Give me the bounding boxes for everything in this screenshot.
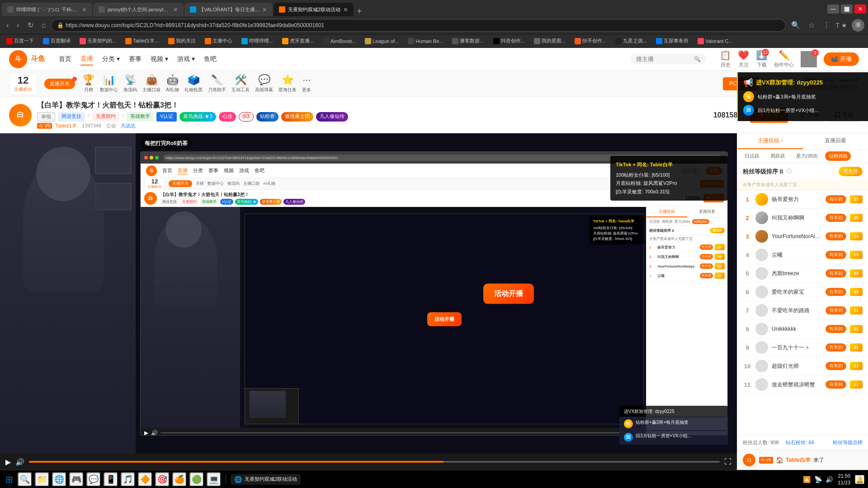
bookmark-kuaishou[interactable]: 快手创作... (572, 37, 609, 45)
bookmark-star[interactable]: 我的星图... (531, 37, 568, 45)
fans-level-total-link[interactable]: 粉丝等级总榜 (833, 439, 863, 446)
icon-more[interactable]: ···更多 (302, 74, 311, 93)
user-avatar[interactable]: 3 (801, 51, 817, 67)
activity-popup[interactable]: 活动开播 (483, 283, 534, 304)
star-button[interactable]: ☆ (806, 20, 817, 30)
bookmark-streamer-center[interactable]: 主播中心 (202, 37, 235, 45)
tag-report[interactable]: 举报 (37, 112, 55, 122)
tag-strongest[interactable]: 最强勇士团 (281, 112, 313, 122)
icon-ai-gift[interactable]: 🤖AI礼物 (166, 74, 179, 93)
icon-data-center[interactable]: 📊数据中心 (100, 74, 118, 93)
bookmark-valorant[interactable]: Valorant C... (695, 37, 735, 45)
progress-bar[interactable] (29, 461, 720, 463)
taskbar-green-circle[interactable]: 🟢 (189, 472, 204, 487)
chat-username[interactable]: Table白羊 (786, 456, 811, 464)
icon-interact[interactable]: 🛠️互动工具 (231, 74, 250, 93)
tab1-close[interactable]: ✕ (82, 6, 87, 13)
video-player[interactable]: 每把打完Roll奶茶 https://www.douyu.com/topic/S… (0, 133, 737, 454)
tab3-close[interactable]: ✕ (262, 6, 267, 13)
tab-streamer-posts[interactable]: 主播投稿 › (737, 133, 803, 149)
forward-button[interactable]: › (14, 20, 22, 30)
nav-games[interactable]: 游戏 ▾ (177, 55, 195, 63)
taskbar-up-icon[interactable]: 🔼 (803, 476, 811, 483)
bookmark-translate[interactable]: 百度翻译 (40, 37, 73, 45)
taskbar-active-window[interactable]: 🌐 无畏契约双城2联动活动 (231, 474, 301, 485)
bookmark-wuweicontract[interactable]: 无畏契约的... (77, 37, 119, 45)
subtab-diamond[interactable]: 钻粉(68) (825, 151, 851, 161)
subtab-star[interactable]: 星力(958) (793, 151, 821, 161)
tag-cultivation[interactable]: 凡人修仙传 (316, 112, 348, 122)
icon-gift-vote[interactable]: 🗳️礼物投票 (184, 74, 203, 93)
tag-count[interactable]: 0/3 (239, 112, 254, 122)
url-input[interactable] (66, 22, 780, 28)
fullscreen-button[interactable]: ⛶ (724, 458, 731, 466)
ext-translate[interactable]: T (835, 22, 840, 29)
close-button[interactable]: ✕ (854, 5, 866, 14)
taskbar-steam[interactable]: 🎮 (69, 472, 84, 487)
taskbar-network-icon[interactable]: 📡 (814, 476, 822, 483)
taskbar-volume-icon[interactable]: 🔊 (826, 476, 833, 483)
browser-tab-1[interactable]: 哔哩哔哩 ( ' - ' )つロ 千杯--b... ✕ (2, 3, 92, 16)
live-toggle-btn[interactable]: 直播开关 (44, 79, 75, 89)
tag-v-cert[interactable]: V认证 (156, 112, 177, 122)
bookmark-league[interactable]: League of... (362, 37, 401, 45)
tag-diamond[interactable]: 钻粉赛 (256, 112, 278, 122)
follows-icon-btn[interactable]: ❤️ 关注 (738, 50, 749, 68)
bookmark-douyin[interactable]: 抖音创作... (491, 37, 528, 45)
creator-icon-btn[interactable]: ✏️ 创作中心 (774, 50, 794, 68)
tag-contract[interactable]: 无畏契约 (92, 112, 119, 122)
bookmark-myfollows[interactable]: 我的关注 (165, 37, 198, 45)
tag-game[interactable]: 网游竞技 (58, 112, 85, 122)
vip-rank-btn[interactable]: 优先排 (839, 167, 863, 176)
taskbar-chat[interactable]: 💬 (86, 472, 101, 487)
nav-fishbar[interactable]: 鱼吧 (204, 53, 217, 65)
icon-yue-bang[interactable]: 🏆月榜 (82, 74, 94, 93)
nav-live[interactable]: 直播 (80, 53, 93, 66)
notification-bell[interactable]: 🔔 (855, 475, 864, 484)
bookmark-aimboost[interactable]: AimBoost... (320, 37, 359, 45)
bookmark-table[interactable]: Table白羊... (123, 37, 161, 45)
bookmark-podcast[interactable]: 播客数据... (449, 37, 486, 45)
tab-live-replay[interactable]: 直播回看 (803, 133, 868, 149)
taskbar-music[interactable]: 🎵 (121, 472, 135, 487)
volume-button[interactable]: 🔊 (15, 458, 24, 466)
icon-streamer-pocket[interactable]: 👜主播口袋 (142, 74, 160, 93)
taskbar-game2[interactable]: 🎯 (155, 472, 170, 487)
taskbar-search[interactable]: 🔍 (18, 472, 32, 487)
download-icon-btn[interactable]: ⬇️ 12 下载 (756, 50, 767, 68)
new-tab-button[interactable]: + (354, 7, 365, 16)
play-button[interactable]: ▶ (5, 458, 11, 466)
tab2-close[interactable]: ✕ (173, 6, 178, 13)
search-icon[interactable]: 🔍 (694, 56, 701, 62)
taskbar-edge[interactable]: 🌐 (52, 472, 66, 487)
tag-teaching[interactable]: 英雄教学 (127, 112, 154, 122)
taskbar-pc[interactable]: 💻 (207, 472, 221, 487)
back-button[interactable]: ‹ (4, 20, 11, 30)
taskbar-explorer[interactable]: 📁 (35, 472, 49, 487)
nav-home[interactable]: 首页 (59, 53, 71, 65)
history-icon-btn[interactable]: 📋 历史 (720, 50, 731, 68)
site-logo[interactable]: 斗 斗鱼 (9, 50, 45, 68)
streamer-name[interactable]: Table白羊 (55, 123, 77, 128)
subtab-weekly[interactable]: 周跃跃 (767, 151, 789, 161)
address-bar[interactable]: 🔒 (51, 19, 786, 32)
subtab-daily[interactable]: 日活跃 (741, 151, 763, 161)
icon-stream-code[interactable]: 📡推流码 (123, 74, 137, 93)
browser-user[interactable]: 浙 (852, 19, 864, 32)
community-name[interactable]: 凡说志 (121, 123, 136, 128)
home-button[interactable]: ⌂ (39, 20, 49, 30)
bookmark-human[interactable]: Human Be... (405, 37, 446, 45)
bookmark-baiduyixia[interactable]: 百度一下 (4, 37, 37, 45)
tag-challenge[interactable]: 菜鸟挑战 ★3 (179, 112, 216, 122)
settings-button[interactable]: ⋮ (820, 20, 833, 30)
search-box[interactable]: 🔍 (631, 54, 706, 64)
nav-competition[interactable]: 赛事 (129, 53, 142, 65)
nav-categories[interactable]: 分类 ▾ (102, 55, 120, 63)
taskbar-browser2[interactable]: 🍊 (172, 472, 187, 487)
diamond-fans[interactable]: 钻石粉丝: 68 (786, 439, 814, 446)
nav-video[interactable]: 视频 ▾ (151, 55, 168, 63)
minimize-button[interactable]: — (827, 5, 839, 14)
start-button[interactable]: ⊞ (4, 472, 15, 487)
search-input[interactable] (636, 56, 690, 62)
bookmark-9star[interactable]: 九星之跳... (613, 37, 650, 45)
